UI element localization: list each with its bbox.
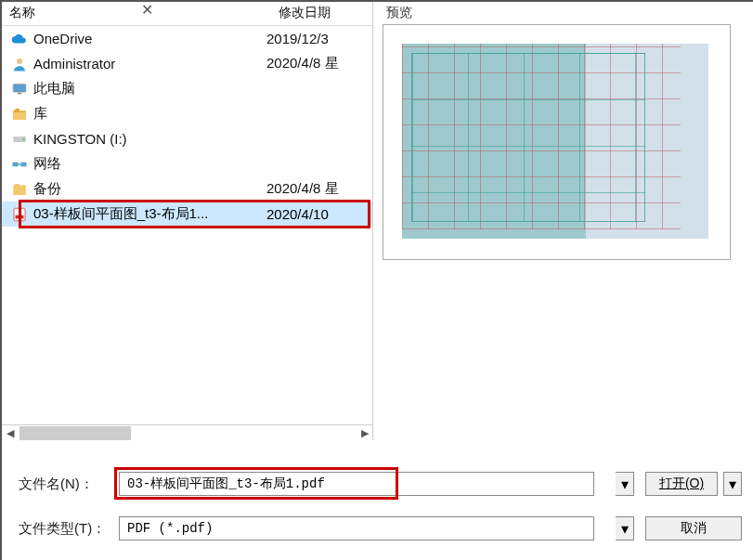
file-name: OneDrive bbox=[30, 31, 266, 46]
header-name[interactable]: 名称 bbox=[2, 2, 271, 25]
svg-point-0 bbox=[17, 59, 22, 64]
list-item[interactable]: Administrator2020/4/8 星 bbox=[2, 51, 372, 76]
file-name: 备份 bbox=[30, 180, 266, 198]
preview-pane: 预览 bbox=[373, 2, 753, 440]
filetype-label: 文件类型(T)： bbox=[19, 520, 119, 538]
lib-icon bbox=[9, 105, 30, 124]
file-name: 库 bbox=[30, 105, 266, 123]
list-item[interactable]: OneDrive2019/12/3 bbox=[2, 26, 372, 51]
file-date: 2020/4/8 星 bbox=[266, 180, 339, 198]
filename-input[interactable] bbox=[119, 472, 594, 496]
open-dropdown-button[interactable]: ▾ bbox=[723, 472, 742, 496]
preview-label: 预览 bbox=[383, 2, 744, 24]
file-list-pane: 名称 修改日期 ✕ OneDrive2019/12/3Administrator… bbox=[2, 2, 373, 440]
chevron-down-icon: ▾ bbox=[621, 475, 629, 493]
drive-icon bbox=[9, 130, 30, 149]
chevron-down-icon: ▾ bbox=[621, 520, 629, 538]
svg-rect-2 bbox=[18, 92, 22, 94]
net-icon bbox=[9, 155, 30, 174]
file-name: KINGSTON (I:) bbox=[30, 131, 266, 147]
svg-point-5 bbox=[22, 137, 24, 139]
user-icon bbox=[9, 55, 30, 73]
reorder-indicator: ✕ bbox=[141, 1, 153, 19]
chevron-down-icon: ▾ bbox=[729, 475, 736, 493]
horizontal-scrollbar[interactable]: ◀ ▶ bbox=[2, 424, 372, 440]
column-headers: 名称 修改日期 ✕ bbox=[2, 2, 372, 26]
open-button-label: 打开(O) bbox=[659, 475, 704, 490]
filename-label: 文件名(N)： bbox=[19, 475, 119, 493]
annotation-highlight bbox=[19, 200, 370, 228]
cloud-icon bbox=[9, 30, 30, 48]
scroll-thumb[interactable] bbox=[19, 426, 131, 440]
pc-icon bbox=[9, 80, 30, 98]
file-name: Administrator bbox=[30, 56, 266, 72]
file-list[interactable]: OneDrive2019/12/3Administrator2020/4/8 星… bbox=[2, 26, 372, 424]
filetype-select[interactable] bbox=[119, 516, 594, 540]
open-button[interactable]: 打开(O) bbox=[645, 472, 718, 496]
svg-rect-7 bbox=[21, 162, 27, 166]
svg-rect-3 bbox=[13, 111, 26, 119]
svg-rect-1 bbox=[13, 84, 26, 91]
list-item-selected[interactable]: 03-样板间平面图_t3-布局1...2020/4/10 bbox=[2, 202, 372, 227]
svg-rect-6 bbox=[13, 162, 19, 166]
list-item[interactable]: 此电脑 bbox=[2, 76, 372, 101]
file-name: 网络 bbox=[30, 155, 266, 173]
filetype-dropdown-button[interactable]: ▾ bbox=[616, 516, 634, 540]
folder-icon bbox=[9, 180, 30, 199]
scroll-right-icon[interactable]: ▶ bbox=[357, 425, 372, 441]
file-date: 2020/4/8 星 bbox=[266, 55, 339, 72]
scroll-left-icon[interactable]: ◀ bbox=[2, 425, 18, 441]
preview-thumbnail bbox=[383, 24, 731, 260]
filename-dropdown-button[interactable]: ▾ bbox=[616, 472, 634, 496]
file-date: 2019/12/3 bbox=[266, 31, 329, 46]
list-item[interactable]: KINGSTON (I:) bbox=[2, 126, 372, 151]
list-item[interactable]: 备份2020/4/8 星 bbox=[2, 176, 372, 202]
list-item[interactable]: 网络 bbox=[2, 151, 372, 176]
cancel-button[interactable]: 取消 bbox=[645, 516, 742, 540]
list-item[interactable]: 库 bbox=[2, 101, 372, 126]
header-date[interactable]: 修改日期 bbox=[271, 2, 372, 25]
file-name: 此电脑 bbox=[30, 80, 266, 98]
